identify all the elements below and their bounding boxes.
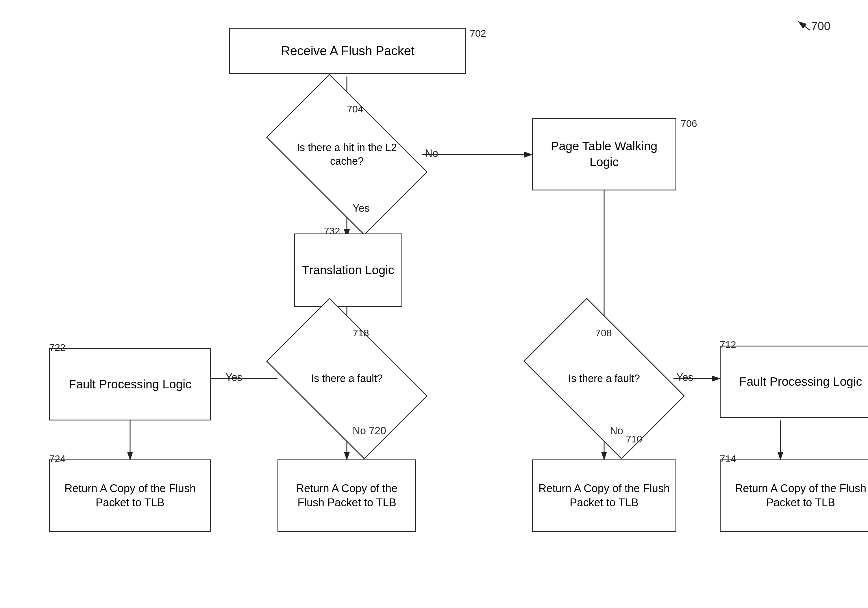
- yes-center-fault-label: Yes: [225, 371, 242, 384]
- fault-processing-left-label: Fault Processing Logic: [69, 376, 192, 393]
- ref-718: 718: [353, 327, 369, 339]
- return-copy-center-box: Return A Copy of the Flush Packet to TLB: [277, 459, 416, 532]
- fault-processing-right-label: Fault Processing Logic: [739, 374, 862, 390]
- page-table-walking-box: Page Table Walking Logic: [532, 118, 676, 190]
- ref-724: 724: [49, 453, 66, 464]
- no-right-fault-label: No: [610, 425, 623, 437]
- return-copy-right-no-label: Return A Copy of the Flush Packet to TLB: [536, 481, 673, 510]
- right-fault-label: Is there a fault?: [565, 369, 643, 388]
- return-copy-left-label: Return A Copy of the Flush Packet to TLB: [53, 481, 207, 510]
- return-copy-right-no-box: Return A Copy of the Flush Packet to TLB: [532, 459, 676, 532]
- right-fault-diamond: Is there a fault?: [535, 334, 673, 423]
- l2-cache-label: Is there a hit in the L2 cache?: [277, 138, 416, 171]
- ref-arrow-700: [793, 17, 816, 32]
- return-copy-left-box: Return A Copy of the Flush Packet to TLB: [49, 459, 211, 532]
- receive-flush-label: Receive A Flush Packet: [281, 42, 414, 59]
- receive-flush-box: Receive A Flush Packet: [229, 28, 466, 74]
- center-fault-diamond: Is there a fault?: [277, 334, 416, 423]
- center-fault-label: Is there a fault?: [308, 369, 386, 388]
- ref-710: 710: [626, 433, 642, 445]
- ref-706: 706: [681, 118, 697, 129]
- no-center-fault-label: No 720: [353, 425, 386, 437]
- ref-704: 704: [347, 104, 363, 115]
- yes-l2-label: Yes: [353, 202, 370, 214]
- fault-processing-left-box: Fault Processing Logic: [49, 348, 211, 421]
- flowchart-diagram: 700 Receive A Flush Packet 702 Is there …: [0, 0, 868, 608]
- fault-processing-right-box: Fault Processing Logic: [720, 346, 868, 418]
- ref-714: 714: [720, 453, 736, 464]
- return-copy-right-yes-label: Return A Copy of the Flush Packet to TLB: [724, 481, 868, 510]
- ref-702: 702: [470, 28, 486, 39]
- no-l2-label: No: [425, 147, 438, 159]
- translation-logic-label: Translation Logic: [302, 262, 394, 278]
- return-copy-center-label: Return A Copy of the Flush Packet to TLB: [281, 481, 412, 510]
- svg-line-12: [799, 22, 810, 30]
- translation-logic-box: Translation Logic: [294, 234, 402, 307]
- ref-722: 722: [49, 342, 66, 353]
- ref-708: 708: [595, 327, 612, 339]
- yes-right-fault-label: Yes: [676, 371, 693, 384]
- l2-cache-hit-diamond: Is there a hit in the L2 cache?: [277, 110, 416, 200]
- return-copy-right-yes-box: Return A Copy of the Flush Packet to TLB: [720, 459, 868, 532]
- page-table-label: Page Table Walking Logic: [536, 138, 673, 170]
- ref-712: 712: [720, 339, 736, 350]
